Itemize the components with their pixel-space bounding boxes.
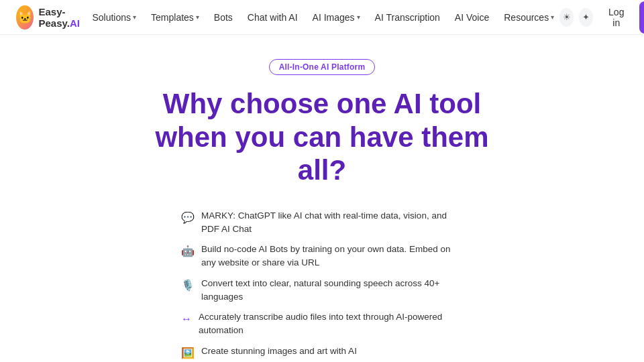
nav-links: Solutions ▾ Templates ▾ Bots Chat with A… [87, 8, 559, 27]
logo-text: Easy-Peasy.AI [39, 6, 87, 29]
platform-badge: All-In-One AI Platform [269, 59, 376, 75]
feature-icon: 🤖 [181, 243, 195, 259]
signup-button[interactable]: Sign up [639, 1, 644, 34]
main-content: All-In-One AI Platform Why choose one AI… [0, 35, 644, 362]
nav-resources[interactable]: Resources ▾ [498, 8, 559, 27]
nav-templates[interactable]: Templates ▾ [146, 8, 205, 27]
feature-item: 💬MARKY: ChatGPT like AI chat with real-t… [181, 206, 463, 240]
logo-icon: 🐱 [16, 5, 34, 29]
feature-item: ↔️Accurately transcribe audio files into… [181, 307, 463, 341]
nav-solutions[interactable]: Solutions ▾ [87, 8, 142, 27]
feature-text: Create stunning images and art with AI [201, 345, 357, 358]
feature-text: Build no-code AI Bots by training on you… [201, 243, 463, 270]
feature-text: Accurately transcribe audio files into t… [199, 310, 463, 338]
login-button[interactable]: Log in [598, 3, 634, 32]
features-list: 💬MARKY: ChatGPT like AI chat with real-t… [181, 206, 463, 362]
settings-icon[interactable]: ✦ [579, 8, 593, 27]
nav-ai-voice[interactable]: AI Voice [449, 8, 494, 27]
nav-ai-transcription[interactable]: AI Transcription [370, 8, 445, 27]
nav-right: ☀ ✦ Log in Sign up [559, 1, 644, 34]
feature-icon: 💬 [181, 210, 195, 226]
nav-chat-with-ai[interactable]: Chat with AI [242, 8, 303, 27]
feature-text: MARKY: ChatGPT like AI chat with real-ti… [201, 209, 463, 237]
feature-icon: 🎙️ [181, 278, 195, 294]
feature-item: 🖼️Create stunning images and art with AI [181, 341, 463, 362]
theme-icon[interactable]: ☀ [559, 8, 574, 27]
feature-item: 🎙️Convert text into clear, natural sound… [181, 274, 463, 308]
logo[interactable]: 🐱 Easy-Peasy.AI [16, 5, 87, 29]
chevron-down-icon: ▾ [551, 13, 554, 21]
navbar: 🐱 Easy-Peasy.AI Solutions ▾ Templates ▾ … [0, 0, 644, 35]
feature-text: Convert text into clear, natural soundin… [201, 277, 463, 304]
headline: Why choose one AI tool when you can have… [155, 87, 488, 187]
feature-icon: 🖼️ [181, 345, 195, 361]
feature-item: 🤖Build no-code AI Bots by training on yo… [181, 239, 463, 274]
nav-bots[interactable]: Bots [209, 8, 238, 27]
feature-icon: ↔️ [181, 311, 192, 327]
chevron-down-icon: ▾ [357, 13, 360, 21]
nav-ai-images[interactable]: AI Images ▾ [307, 8, 366, 27]
chevron-down-icon: ▾ [196, 13, 199, 21]
chevron-down-icon: ▾ [133, 13, 136, 21]
